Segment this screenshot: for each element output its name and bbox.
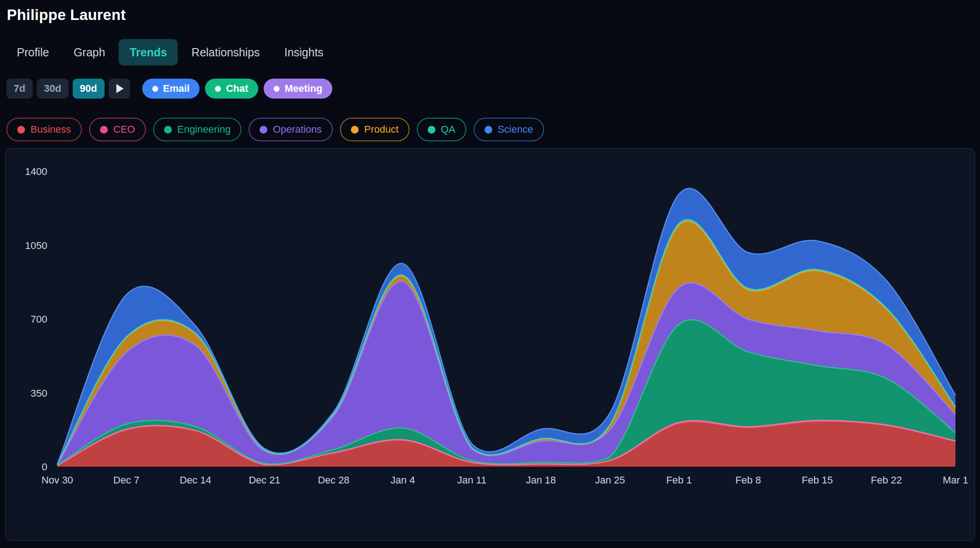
trends-stacked-area-chart[interactable]: 035070010501400Nov 30Dec 7Dec 14Dec 21De… <box>5 149 975 540</box>
team-dot-icon <box>351 126 359 134</box>
tab-relationships[interactable]: Relationships <box>180 39 270 65</box>
app-root: Philippe Laurent ProfileGraphTrendsRelat… <box>0 0 980 541</box>
team-dot-icon <box>164 126 172 134</box>
tab-bar: ProfileGraphTrendsRelationshipsInsights <box>6 39 975 65</box>
x-axis-tick-label: Mar 1 <box>943 474 968 486</box>
y-axis-tick-label: 700 <box>30 314 47 325</box>
team-pill-label: Operations <box>273 124 322 135</box>
range-button-30d[interactable]: 30d <box>37 79 69 99</box>
team-dot-icon <box>485 126 492 134</box>
y-axis-tick-label: 350 <box>30 388 47 399</box>
team-pill-label: CEO <box>113 124 135 135</box>
channel-pill-meeting[interactable]: Meeting <box>264 79 332 99</box>
x-axis-tick-label: Jan 11 <box>457 474 486 486</box>
x-axis-tick-label: Nov 30 <box>41 474 73 486</box>
team-dot-icon <box>17 126 25 134</box>
play-icon <box>116 84 124 93</box>
tab-insights[interactable]: Insights <box>273 39 334 65</box>
team-pill-label: Business <box>30 124 71 135</box>
team-dot-icon <box>428 126 435 134</box>
y-axis-tick-label: 0 <box>42 461 47 473</box>
x-axis-tick-label: Feb 22 <box>871 474 902 486</box>
controls-row: 7d30d90d EmailChatMeeting <box>6 79 975 99</box>
tab-profile[interactable]: Profile <box>6 39 60 65</box>
x-axis-tick-label: Dec 21 <box>249 474 280 486</box>
team-pill-engineering[interactable]: Engineering <box>153 118 241 141</box>
team-dot-icon <box>260 126 267 134</box>
channel-pill-label: Meeting <box>285 83 322 95</box>
trends-chart-panel: 035070010501400Nov 30Dec 7Dec 14Dec 21De… <box>5 148 975 541</box>
team-dot-icon <box>100 126 108 134</box>
y-axis-tick-label: 1050 <box>25 240 47 251</box>
team-pill-label: QA <box>441 124 455 135</box>
page-title: Philippe Laurent <box>7 6 975 24</box>
x-axis-tick-label: Feb 15 <box>802 474 833 486</box>
channel-pill-label: Chat <box>226 83 248 95</box>
team-pill-science[interactable]: Science <box>474 118 544 141</box>
channel-pill-chat[interactable]: Chat <box>205 79 258 99</box>
x-axis-tick-label: Jan 4 <box>390 474 415 486</box>
x-axis-tick-label: Feb 1 <box>666 474 692 486</box>
team-pill-business[interactable]: Business <box>6 118 82 141</box>
tab-graph[interactable]: Graph <box>63 39 116 65</box>
y-axis-tick-label: 1400 <box>25 166 47 177</box>
channel-dot-icon <box>152 86 158 92</box>
team-pill-qa[interactable]: QA <box>417 118 466 141</box>
channel-toggle-group: EmailChatMeeting <box>142 79 333 99</box>
play-button[interactable] <box>109 79 130 99</box>
range-button-90d[interactable]: 90d <box>73 79 105 99</box>
x-axis-tick-label: Feb 8 <box>735 474 761 486</box>
team-pill-label: Product <box>364 124 399 135</box>
channel-dot-icon <box>215 86 221 92</box>
team-filter-group: BusinessCEOEngineeringOperationsProductQ… <box>6 118 975 141</box>
team-pill-ceo[interactable]: CEO <box>89 118 146 141</box>
channel-dot-icon <box>274 86 280 92</box>
team-pill-product[interactable]: Product <box>340 118 410 141</box>
channel-pill-label: Email <box>163 83 190 95</box>
x-axis-tick-label: Dec 7 <box>113 474 139 486</box>
x-axis-tick-label: Jan 25 <box>595 474 625 486</box>
range-toggle-group: 7d30d90d <box>6 79 105 99</box>
x-axis-tick-label: Jan 18 <box>526 474 556 486</box>
team-pill-label: Engineering <box>177 124 230 135</box>
team-pill-operations[interactable]: Operations <box>249 118 333 141</box>
x-axis-tick-label: Dec 14 <box>180 474 211 486</box>
channel-pill-email[interactable]: Email <box>142 79 200 99</box>
range-button-7d[interactable]: 7d <box>6 79 33 99</box>
tab-trends[interactable]: Trends <box>119 39 178 65</box>
team-pill-label: Science <box>498 124 533 135</box>
x-axis-tick-label: Dec 28 <box>318 474 350 486</box>
